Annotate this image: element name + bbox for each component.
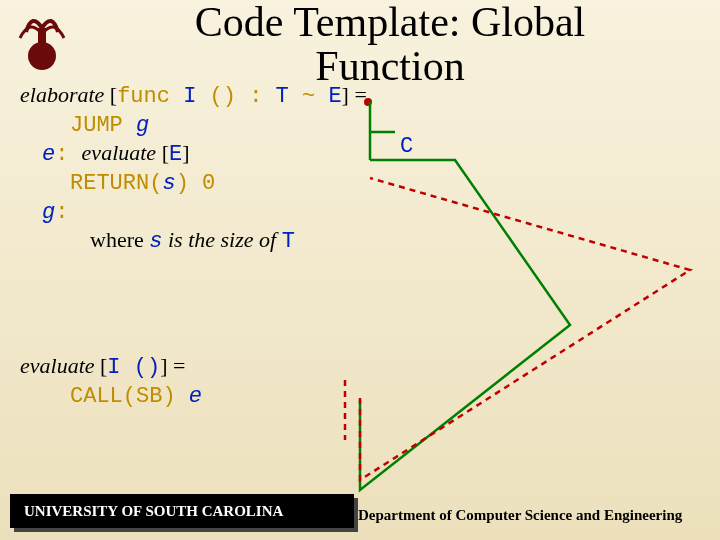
- bracket-close: ] =: [342, 82, 367, 107]
- jump-line: JUMP g: [70, 111, 700, 138]
- evaluate-word: evaluate: [82, 140, 157, 165]
- token-func: func: [117, 84, 183, 109]
- slide-title: Code Template: Global Function: [100, 0, 680, 88]
- eval-open: [: [156, 140, 169, 165]
- token-e: E: [328, 84, 341, 109]
- title-line1: Code Template: Global: [195, 0, 586, 45]
- slide-body: elaborate [func I () : T ~ E] = JUMP g e…: [20, 80, 700, 411]
- jump-g: g: [136, 113, 149, 138]
- eval-close: ]: [182, 140, 189, 165]
- call-text: CALL(SB): [70, 384, 189, 409]
- where-line: where s is the size of T: [90, 227, 700, 254]
- token-tilde: ~: [302, 84, 328, 109]
- call-e: e: [189, 384, 202, 409]
- bracket-open: [: [104, 82, 117, 107]
- slide-root: Code Template: Global Function elaborate…: [0, 0, 720, 540]
- e-evaluate-line: e: evaluate [E]: [42, 140, 700, 167]
- return-s: s: [162, 171, 175, 196]
- e-colon: :: [55, 142, 81, 167]
- g-colon: :: [55, 200, 68, 225]
- footer-right-text: Department of Computer Science and Engin…: [358, 507, 682, 524]
- footer-left: UNIVERSITY OF SOUTH CAROLINA: [10, 494, 354, 528]
- where-mid: is the size of: [162, 227, 281, 252]
- footer-left-text: UNIVERSITY OF SOUTH CAROLINA: [24, 503, 283, 520]
- token-t: T: [276, 84, 302, 109]
- eval2-open: [: [95, 353, 108, 378]
- jump-word: JUMP: [70, 113, 136, 138]
- return-tail: ) 0: [176, 171, 216, 196]
- g-label-line: g:: [42, 198, 700, 225]
- evaluate2-line: evaluate [I ()] =: [20, 353, 700, 380]
- token-i: I: [183, 84, 209, 109]
- footer-right: Department of Computer Science and Engin…: [358, 498, 714, 530]
- token-colon: :: [249, 84, 275, 109]
- e-label: e: [42, 142, 55, 167]
- where-s: s: [149, 229, 162, 254]
- elaborate-line: elaborate [func I () : T ~ E] =: [20, 82, 700, 109]
- token-i2: I (): [107, 355, 160, 380]
- university-logo: [10, 10, 74, 74]
- return-text: RETURN(: [70, 171, 162, 196]
- call-line: CALL(SB) e: [70, 382, 700, 409]
- token-parens: (): [210, 84, 250, 109]
- g-label: g: [42, 200, 55, 225]
- where-pre: where: [90, 227, 149, 252]
- eval2-close: ] =: [160, 353, 185, 378]
- return-line: RETURN(s) 0: [70, 169, 700, 196]
- elaborate-keyword: elaborate: [20, 82, 104, 107]
- where-t: T: [282, 229, 295, 254]
- spacer: [20, 256, 700, 351]
- c-label: C: [400, 134, 413, 159]
- evaluate2-word: evaluate: [20, 353, 95, 378]
- token-e2: E: [169, 142, 182, 167]
